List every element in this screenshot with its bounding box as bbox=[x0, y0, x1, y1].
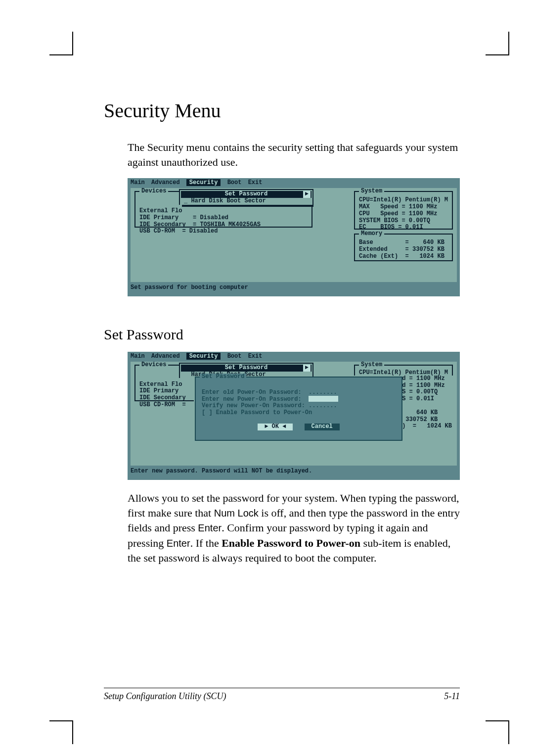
menu-item-hard-disk-boot-sector: _ Hard Disk Boot Sector bbox=[181, 198, 312, 205]
bios-menubar: Main Advanced Security Boot Exit bbox=[128, 178, 460, 188]
devices-line: USB CD-ROM = Disabled bbox=[139, 228, 218, 235]
bios-menubar: Main Advanced Security Boot Exit bbox=[128, 352, 460, 362]
dialog-title: Set Password bbox=[200, 374, 246, 380]
enable-pw-poweron-checkbox[interactable]: [ ] Enable Password to Power-On bbox=[202, 409, 312, 416]
devices-line: IDE Primary = Disabled bbox=[139, 214, 228, 221]
chevron-right-icon: ► bbox=[303, 191, 311, 198]
system-panel: System CPU=Intel(R) Pentium(R) M MAX Spe… bbox=[354, 191, 453, 230]
system-panel: System CPU=Intel(R) Pentium(R) M bbox=[354, 365, 453, 376]
memory-panel-title: Memory bbox=[359, 231, 384, 237]
tab-exit: Exit bbox=[248, 179, 263, 186]
chevron-right-icon: ► bbox=[303, 365, 311, 372]
key-enter: Enter bbox=[167, 538, 190, 549]
bios-screenshot-1: Main Advanced Security Boot Exit Devices… bbox=[128, 178, 460, 296]
ok-button[interactable]: OK bbox=[258, 424, 293, 430]
tab-main: Main bbox=[131, 353, 145, 360]
tab-boot: Boot bbox=[227, 353, 242, 360]
tab-advanced: Advanced bbox=[151, 353, 180, 360]
memory-panel: Memory Base = 640 KB Extended = 330752 K… bbox=[354, 234, 453, 261]
devices-line: USB CD-ROM = bbox=[139, 401, 186, 408]
bios-help-text: Enter new password. Password will NOT be… bbox=[128, 466, 460, 476]
system-fragment: ed = 1100 MHz ed = 1100 MHz OS = 0.00TQ … bbox=[399, 376, 452, 430]
key-enter: Enter bbox=[198, 522, 222, 533]
set-password-dialog: Set Password Enter old Power-On Password… bbox=[195, 377, 402, 441]
bios-help-text: Set password for booting computer bbox=[128, 282, 460, 292]
menu-item-set-password: Set Password ► bbox=[181, 191, 312, 198]
tab-main: Main bbox=[131, 179, 145, 186]
tab-security: Security bbox=[186, 353, 221, 360]
cancel-button[interactable]: Cancel bbox=[305, 424, 340, 430]
devices-line: IDE Secondary = TOSHIBA MK4025GAS bbox=[139, 221, 261, 228]
system-info: CPU=Intel(R) Pentium(R) M MAX Speed = 11… bbox=[355, 192, 452, 235]
menu-item-set-password: Set Password ► bbox=[181, 365, 312, 372]
key-numlock: Num Lock bbox=[214, 508, 259, 519]
new-password-row: Enter new Power-On Password: bbox=[202, 396, 338, 403]
devices-panel-title: Devices bbox=[139, 188, 168, 195]
tab-boot: Boot bbox=[227, 179, 242, 186]
bios-screenshot-2: Main Advanced Security Boot Exit Devices… bbox=[128, 352, 460, 480]
page-title: Security Menu bbox=[104, 99, 460, 122]
set-password-paragraph: Allows you to set the password for your … bbox=[128, 491, 460, 566]
old-password-row: Enter old Power-On Password: ........ bbox=[202, 389, 337, 396]
footer-left: Setup Configuration Utility (SCU) bbox=[104, 691, 226, 702]
devices-line: IDE Primary bbox=[139, 387, 178, 394]
devices-panel-title: Devices bbox=[139, 362, 168, 369]
tab-security: Security bbox=[186, 179, 221, 186]
verify-password-row: Verify new Power-On Password: ........ bbox=[202, 402, 337, 409]
system-panel-title: System bbox=[359, 362, 384, 369]
enable-password-bold: Enable Password to Power-on bbox=[222, 537, 360, 549]
intro-paragraph: The Security menu contains the security … bbox=[128, 140, 460, 169]
system-panel-title: System bbox=[359, 188, 384, 195]
page-footer: Setup Configuration Utility (SCU) 5-11 bbox=[104, 688, 460, 702]
devices-line: External Flo bbox=[139, 207, 182, 214]
new-password-field[interactable] bbox=[309, 396, 338, 402]
tab-advanced: Advanced bbox=[151, 179, 180, 186]
memory-info: Base = 640 KB Extended = 330752 KB Cache… bbox=[355, 235, 452, 264]
section-set-password: Set Password bbox=[104, 326, 460, 343]
footer-page-number: 5-11 bbox=[444, 691, 460, 702]
devices-line: IDE Secondary bbox=[139, 394, 186, 401]
devices-line: External Flo bbox=[139, 381, 182, 388]
tab-exit: Exit bbox=[248, 353, 263, 360]
